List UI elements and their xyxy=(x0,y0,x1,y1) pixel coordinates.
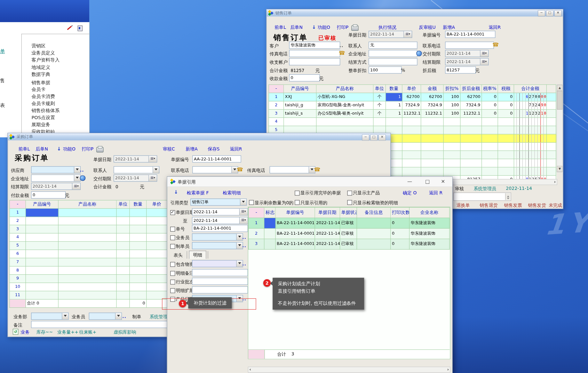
cell[interactable] xyxy=(402,159,421,167)
cell[interactable] xyxy=(59,242,117,250)
doc-no-field[interactable]: BA-22-11-14-0001 xyxy=(445,31,495,38)
scroll-right-arrow[interactable]: › xyxy=(554,179,556,184)
cell[interactable]: 2 xyxy=(9,217,26,225)
cell[interactable] xyxy=(130,242,147,250)
nav-item-5[interactable]: 销售单据 xyxy=(31,80,50,86)
dropdown-button[interactable] xyxy=(153,166,159,173)
minimize-button[interactable]: — xyxy=(407,179,412,184)
cell[interactable]: 1 xyxy=(248,218,264,229)
cell[interactable]: 3 xyxy=(248,239,264,250)
close-button[interactable]: ✕ xyxy=(378,134,386,141)
menu-item[interactable]: 新增A xyxy=(186,146,198,152)
phone-icon[interactable]: ☎ xyxy=(338,50,345,56)
cell[interactable] xyxy=(357,218,391,229)
cell[interactable] xyxy=(482,134,498,143)
deliver-date-field[interactable]: 2022-11-14 ▦▾ xyxy=(114,174,157,182)
include-material-combo[interactable] xyxy=(192,260,243,267)
amount-grid-cell[interactable] xyxy=(514,151,547,159)
cell[interactable]: 个 xyxy=(374,101,386,109)
cell[interactable] xyxy=(498,134,514,143)
cell[interactable] xyxy=(264,218,275,229)
cell[interactable] xyxy=(26,233,59,242)
nav-item-0[interactable]: 营销区 xyxy=(31,43,45,49)
cell[interactable]: 5 xyxy=(9,242,26,250)
cell[interactable]: 100 xyxy=(444,93,461,101)
nav-item-10[interactable]: POS点设置 xyxy=(31,115,55,121)
cell[interactable] xyxy=(444,167,461,176)
cell[interactable]: 已审核 xyxy=(340,229,357,239)
tab-header[interactable]: 表头 xyxy=(171,252,186,259)
cell[interactable]: 0 xyxy=(498,93,514,101)
cell[interactable]: 62700 xyxy=(421,93,443,101)
cell[interactable] xyxy=(26,258,59,266)
maximize-button[interactable]: □ xyxy=(370,134,377,141)
cell[interactable] xyxy=(130,209,147,217)
cell[interactable]: 7 xyxy=(9,258,26,266)
printer-icon[interactable] xyxy=(351,26,358,31)
cell[interactable]: 3 xyxy=(268,109,284,118)
cell[interactable]: 8 xyxy=(9,266,26,275)
cell[interactable]: 0 xyxy=(482,109,498,118)
cell[interactable]: 华东捷波装饰 xyxy=(409,239,449,250)
scroll-thumb[interactable] xyxy=(557,91,563,110)
menu-item[interactable]: 返回R xyxy=(489,24,501,31)
dialog-horizontal-scrollbar[interactable]: ‹ › xyxy=(248,367,450,373)
amount-grid-cell[interactable]: 6270000 xyxy=(514,93,547,101)
menu-item[interactable]: 执行情况 xyxy=(378,24,396,31)
cell[interactable] xyxy=(460,159,482,167)
cell[interactable]: 家用G型电脑-金奥-onlyit xyxy=(316,101,373,109)
cell[interactable] xyxy=(147,217,167,225)
cell[interactable]: 0 xyxy=(498,109,514,118)
cell[interactable]: 0 xyxy=(391,229,409,239)
cell[interactable] xyxy=(316,118,373,126)
cell[interactable]: 62700 xyxy=(460,93,482,101)
search-doc-link[interactable]: 检索单据 F xyxy=(187,190,209,196)
zero-qty-checkbox[interactable] xyxy=(249,200,254,205)
nav-item-7[interactable]: 会员卡消费 xyxy=(31,93,55,100)
cell[interactable] xyxy=(117,266,130,275)
cell[interactable]: 6 xyxy=(9,250,26,258)
vertical-scrollbar[interactable]: ▲ ▼ xyxy=(557,85,563,172)
cell[interactable]: 0 xyxy=(391,239,409,250)
cell[interactable]: 11 xyxy=(9,291,26,300)
main-product-checkbox[interactable] xyxy=(347,191,352,195)
cell[interactable] xyxy=(498,118,514,126)
amount-grid-cell[interactable] xyxy=(514,126,547,134)
cell[interactable] xyxy=(26,266,59,275)
cell[interactable] xyxy=(421,159,443,167)
cell[interactable] xyxy=(444,159,461,167)
link-库存~~[interactable]: 库存~~ xyxy=(36,329,53,336)
cell[interactable] xyxy=(130,283,147,291)
clerk-combo[interactable] xyxy=(89,312,122,320)
cell[interactable] xyxy=(421,134,443,143)
note-spinbox[interactable] xyxy=(453,192,511,201)
lookup-dots[interactable]: .. xyxy=(242,261,246,266)
cell[interactable]: 2 xyxy=(268,101,284,109)
doc-no-checkbox[interactable] xyxy=(170,227,175,231)
cell[interactable]: 小型机-XG-NG xyxy=(316,93,373,101)
cell[interactable]: 4 xyxy=(9,233,26,242)
cell[interactable]: 11232.1 xyxy=(402,109,421,118)
cell[interactable]: 7324.9 xyxy=(402,101,421,109)
cell[interactable]: 9 xyxy=(9,275,26,283)
lookup-dots[interactable]: .. xyxy=(122,314,126,319)
cell[interactable]: 已审核 xyxy=(340,239,357,250)
tab-detail[interactable]: 明细 xyxy=(189,251,206,259)
cell[interactable]: 个 xyxy=(374,93,386,101)
lookup-dots[interactable]: .. xyxy=(80,167,84,173)
menu-item[interactable]: 前单L xyxy=(274,24,286,31)
close-button[interactable]: ✕ xyxy=(554,10,562,17)
cell[interactable] xyxy=(130,225,147,233)
cell[interactable] xyxy=(498,167,514,176)
cell[interactable] xyxy=(26,250,59,258)
menu-item[interactable]: 返回R xyxy=(230,146,242,152)
lookup-dots[interactable]: .. xyxy=(242,235,246,240)
menu-item[interactable]: 反审核U xyxy=(419,24,436,31)
dropdown-button[interactable] xyxy=(62,313,68,320)
cell[interactable]: 1 xyxy=(386,101,402,109)
amount-grid-cell[interactable] xyxy=(514,159,547,167)
cell[interactable] xyxy=(117,275,130,283)
link-未完成[interactable]: 未完成 xyxy=(549,202,562,209)
amount-grid-cell[interactable] xyxy=(514,167,547,176)
doc-no-field[interactable]: AA-22-11-14-0001 xyxy=(192,155,241,162)
